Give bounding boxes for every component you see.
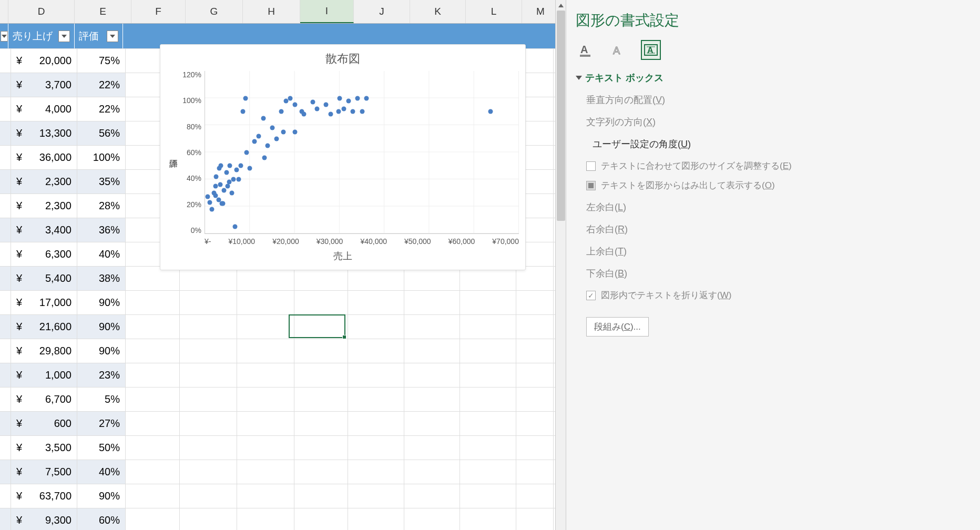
cell-empty[interactable]: [237, 460, 294, 484]
cell-empty[interactable]: [516, 339, 554, 363]
cell-empty[interactable]: [404, 508, 460, 530]
cell-empty[interactable]: [180, 460, 237, 484]
option-margin-left[interactable]: 左余白(L): [586, 201, 971, 213]
cell-empty[interactable]: [126, 436, 180, 460]
text-fill-tab-icon[interactable]: A: [576, 40, 596, 60]
cell-empty[interactable]: [237, 436, 294, 460]
cell-sales[interactable]: ¥4,000: [11, 97, 77, 121]
option-margin-right[interactable]: 右余白(R): [586, 223, 971, 236]
cell-empty[interactable]: [516, 484, 554, 508]
table-row[interactable]: ¥1,00023%: [0, 363, 565, 388]
cell-empty[interactable]: [180, 484, 237, 508]
cell-sales[interactable]: ¥13,300: [11, 121, 77, 145]
cell-empty[interactable]: [404, 339, 460, 363]
cell-empty[interactable]: [348, 339, 404, 363]
option-margin-bottom[interactable]: 下余白(B): [586, 267, 971, 280]
cell-empty[interactable]: [126, 508, 180, 530]
cell-empty[interactable]: [516, 315, 554, 339]
cell-empty[interactable]: [180, 388, 237, 411]
cell-sales[interactable]: ¥63,700: [11, 484, 77, 508]
text-effects-tab-icon[interactable]: A: [608, 40, 628, 60]
spreadsheet[interactable]: DEFGHIJKLM 売り上げ 評価 ¥20,00075%¥3,70022%¥4…: [0, 0, 566, 530]
table-row[interactable]: ¥21,60090%: [0, 315, 565, 339]
cell-rating[interactable]: 56%: [77, 121, 126, 145]
cell-empty[interactable]: [180, 363, 237, 387]
cell-empty[interactable]: [516, 460, 554, 484]
cell-sales[interactable]: ¥3,700: [11, 73, 77, 97]
cell-empty[interactable]: [404, 388, 460, 411]
cell-rating[interactable]: 28%: [77, 194, 126, 218]
table-row[interactable]: ¥3,50050%: [0, 436, 565, 460]
checkbox-wrap[interactable]: ✓ 図形内でテキストを折り返す(W): [586, 289, 971, 301]
cell-empty[interactable]: [237, 291, 294, 314]
cell-empty[interactable]: [404, 412, 460, 435]
cell-empty[interactable]: [460, 484, 516, 508]
cell-empty[interactable]: [126, 388, 180, 411]
cell-rating[interactable]: 36%: [77, 218, 126, 242]
cell-empty[interactable]: [237, 412, 294, 435]
cell-sales[interactable]: ¥1,000: [11, 363, 77, 387]
cell-sales[interactable]: ¥17,000: [11, 291, 77, 314]
table-row[interactable]: ¥29,80090%: [0, 339, 565, 363]
cell-sales[interactable]: ¥36,000: [11, 146, 77, 169]
cell-empty[interactable]: [237, 315, 294, 339]
table-row[interactable]: ¥63,70090%: [0, 484, 565, 508]
cell-empty[interactable]: [294, 291, 348, 314]
columns-button[interactable]: 段組み(C)...: [586, 317, 649, 337]
checkbox-autofit[interactable]: テキストに合わせて図形のサイズを調整する(E): [586, 160, 971, 172]
table-row[interactable]: ¥7,50040%: [0, 460, 565, 484]
cell-empty[interactable]: [126, 291, 180, 314]
cell-empty[interactable]: [126, 412, 180, 435]
scroll-up-button[interactable]: [556, 0, 566, 11]
table-row[interactable]: ¥60027%: [0, 412, 565, 436]
cell-empty[interactable]: [460, 436, 516, 460]
header-rating[interactable]: 評価: [75, 24, 123, 48]
cell-empty[interactable]: [404, 291, 460, 314]
cell-sales[interactable]: ¥20,000: [11, 49, 77, 73]
filter-button[interactable]: [1, 31, 8, 42]
cell-empty[interactable]: [516, 436, 554, 460]
cell-rating[interactable]: 40%: [77, 460, 126, 484]
cell-rating[interactable]: 5%: [77, 388, 126, 411]
cell-empty[interactable]: [348, 315, 404, 339]
cell-empty[interactable]: [126, 339, 180, 363]
cell-empty[interactable]: [460, 508, 516, 530]
cell-empty[interactable]: [180, 339, 237, 363]
cell-empty[interactable]: [516, 291, 554, 314]
cell-rating[interactable]: 22%: [77, 73, 126, 97]
column-header-G[interactable]: G: [186, 0, 243, 23]
checkbox-overflow[interactable]: テキストを図形からはみ出して表示する(O): [586, 179, 971, 191]
column-header-E[interactable]: E: [75, 0, 131, 23]
cell-empty[interactable]: [294, 460, 348, 484]
chart[interactable]: 散布図 評価 120%100%80%60%40%20%0% ¥-¥10,000¥…: [160, 44, 526, 270]
cell-sales[interactable]: ¥21,600: [11, 315, 77, 339]
cell-sales[interactable]: ¥2,300: [11, 194, 77, 218]
cell-empty[interactable]: [294, 436, 348, 460]
cell-empty[interactable]: [404, 315, 460, 339]
cell-empty[interactable]: [460, 315, 516, 339]
cell-empty[interactable]: [294, 315, 348, 339]
header-sales[interactable]: 売り上げ: [8, 24, 75, 48]
cell-sales[interactable]: ¥9,300: [11, 508, 77, 530]
table-row[interactable]: ¥9,30060%: [0, 508, 565, 530]
cell-empty[interactable]: [348, 460, 404, 484]
cell-rating[interactable]: 38%: [77, 267, 126, 290]
cell-empty[interactable]: [460, 363, 516, 387]
cell-empty[interactable]: [404, 484, 460, 508]
cell-rating[interactable]: 90%: [77, 339, 126, 363]
column-header-D[interactable]: D: [8, 0, 75, 23]
cell-empty[interactable]: [237, 339, 294, 363]
column-header-I[interactable]: I: [300, 0, 354, 23]
cell-empty[interactable]: [126, 315, 180, 339]
cell-rating[interactable]: 90%: [77, 315, 126, 339]
cell-empty[interactable]: [126, 460, 180, 484]
cell-empty[interactable]: [348, 388, 404, 411]
cell-empty[interactable]: [348, 291, 404, 314]
cell-rating[interactable]: 90%: [77, 484, 126, 508]
cell-empty[interactable]: [126, 484, 180, 508]
plot-area[interactable]: [205, 71, 519, 234]
cell-sales[interactable]: ¥6,300: [11, 242, 77, 266]
cell-empty[interactable]: [516, 508, 554, 530]
cell-empty[interactable]: [516, 388, 554, 411]
cell-rating[interactable]: 27%: [77, 412, 126, 435]
